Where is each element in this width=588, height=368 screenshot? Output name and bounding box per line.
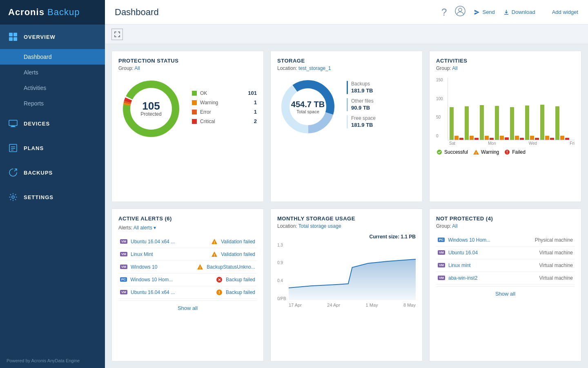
sidebar-item-settings[interactable]: SETTINGS bbox=[0, 185, 105, 209]
alerts-title: ACTIVE ALERTS (6) bbox=[118, 215, 172, 222]
alert-name[interactable]: Windows 10 bbox=[131, 264, 194, 270]
svg-point-14 bbox=[459, 8, 462, 11]
vm-icon: VM bbox=[120, 239, 127, 244]
svg-line-11 bbox=[14, 169, 17, 171]
np-name[interactable]: aba-win-inst2 bbox=[448, 275, 536, 281]
storage-backups: Backups 181.9 TB bbox=[347, 81, 416, 94]
activities-title: ACTIVITIES bbox=[436, 58, 575, 64]
download-button[interactable]: Download bbox=[503, 9, 535, 16]
protection-status-subtitle: Group: All bbox=[118, 65, 257, 71]
devices-icon bbox=[7, 117, 20, 130]
sidebar-item-devices[interactable]: DEVICES bbox=[0, 111, 105, 136]
bar-success bbox=[450, 107, 454, 140]
monthly-x-axis: 17 Apr 24 Apr 1 May 8 May bbox=[289, 303, 416, 307]
storage-card: STORAGE Location: test_storage_1 bbox=[270, 51, 423, 202]
bar-group-8 bbox=[555, 106, 569, 140]
not-protected-title: NOT PROTECTED (4) bbox=[436, 215, 575, 222]
monthly-location-link[interactable]: Total storage usage bbox=[298, 223, 341, 229]
sidebar-item-dashboard[interactable]: Dashboard bbox=[0, 49, 105, 65]
pc-icon: PC bbox=[120, 277, 127, 282]
show-all-alerts-button[interactable]: Show all bbox=[118, 301, 257, 315]
chart-legend: Successful ! Warning ! Failed bbox=[436, 149, 575, 155]
svg-text:!: ! bbox=[200, 266, 201, 270]
warning-count: 1 bbox=[254, 99, 257, 105]
alerts-subtitle: Alerts: All alerts ▾ bbox=[118, 225, 257, 231]
svg-rect-2 bbox=[9, 37, 13, 41]
sidebar-item-plans[interactable]: PLANS bbox=[0, 136, 105, 160]
status-warning: Warning 1 bbox=[192, 99, 257, 105]
vm-icon: VM bbox=[438, 250, 445, 255]
bar-group-7 bbox=[540, 105, 554, 140]
bar-group-6 bbox=[525, 105, 539, 140]
monthly-current-size: Current size: 1.1 PB bbox=[277, 234, 416, 240]
np-row: PC Windows 10 Hom... Physical machine bbox=[436, 234, 575, 247]
ok-name: OK bbox=[200, 90, 245, 96]
svg-text:!: ! bbox=[218, 290, 220, 295]
np-name[interactable]: Windows 10 Hom... bbox=[448, 237, 532, 243]
np-name[interactable]: Linux mint bbox=[448, 263, 536, 268]
expand-button[interactable] bbox=[111, 29, 123, 40]
alerts-list: VM Ubuntu 16.04 x64 ... ! Validation fai… bbox=[118, 236, 257, 299]
sidebar-item-alerts[interactable]: Alerts bbox=[0, 65, 105, 80]
ok-dot bbox=[192, 91, 197, 96]
plans-label: PLANS bbox=[24, 145, 44, 151]
topbar: Dashboard ? Send Download Add widget bbox=[105, 0, 588, 25]
send-button[interactable]: Send bbox=[474, 9, 494, 16]
alert-row: PC Windows 10 Hom... ✕ Backup failed bbox=[118, 274, 257, 286]
svg-text:✕: ✕ bbox=[218, 278, 221, 282]
alert-row: VM Linux Mint ! Validation failed bbox=[118, 248, 257, 261]
y-axis: 0 50 100 150 bbox=[436, 78, 448, 146]
sidebar-item-overview[interactable]: OVERVIEW bbox=[0, 25, 105, 49]
alert-name[interactable]: Ubuntu 16.04 x64 ... bbox=[131, 289, 213, 295]
sidebar-item-reports[interactable]: Reports bbox=[0, 96, 105, 111]
not-protected-group-link[interactable]: All bbox=[452, 223, 457, 229]
alert-row: VM Windows 10 ! BackupStatusUnkno... bbox=[118, 261, 257, 274]
warning-icon: ! bbox=[211, 251, 218, 258]
not-protected-subtitle: Group: All bbox=[436, 223, 575, 229]
sidebar-item-backups[interactable]: BACKUPS bbox=[0, 160, 105, 185]
svg-rect-1 bbox=[13, 33, 17, 36]
alert-name[interactable]: Windows 10 Hom... bbox=[130, 277, 213, 283]
x-axis: Sat Mon Wed Fri bbox=[448, 140, 575, 146]
np-row: VM Ubuntu 16.04 Virtual machine bbox=[436, 247, 575, 259]
activities-group-link[interactable]: All bbox=[452, 65, 457, 71]
alert-status[interactable]: Backup failed bbox=[226, 289, 255, 295]
alerts-header: ACTIVE ALERTS (6) bbox=[118, 215, 257, 223]
add-widget-button[interactable]: Add widget bbox=[543, 9, 578, 16]
protection-donut: 105 Protected bbox=[118, 76, 184, 141]
protection-group-link[interactable]: All bbox=[134, 65, 140, 71]
svg-text:!: ! bbox=[476, 151, 477, 155]
protection-status-title: PROTECTION STATUS bbox=[118, 58, 257, 64]
sidebar-item-activities[interactable]: Activities bbox=[0, 80, 105, 96]
bar-failed bbox=[459, 138, 463, 140]
help-icon[interactable]: ? bbox=[441, 7, 447, 18]
user-icon[interactable] bbox=[455, 6, 466, 19]
show-all-np-button[interactable]: Show all bbox=[436, 286, 575, 301]
overview-label: OVERVIEW bbox=[24, 34, 56, 40]
activities-subtitle: Group: All bbox=[436, 65, 575, 71]
settings-icon bbox=[7, 191, 20, 204]
storage-free: Free space 181.9 TB bbox=[347, 115, 416, 128]
np-type: Physical machine bbox=[535, 237, 573, 243]
topbar-actions: ? Send Download Add widget bbox=[441, 6, 578, 19]
alert-status[interactable]: BackupStatusUnkno... bbox=[207, 264, 255, 270]
alert-name[interactable]: Linux Mint bbox=[131, 251, 208, 257]
alert-status[interactable]: Validation failed bbox=[221, 239, 255, 245]
alert-name[interactable]: Ubuntu 16.04 x64 ... bbox=[131, 239, 208, 245]
storage-center: 454.7 TB Total space bbox=[291, 100, 325, 114]
status-ok: OK 101 bbox=[192, 90, 257, 96]
svg-rect-4 bbox=[9, 120, 17, 126]
legend-successful: Successful bbox=[436, 149, 468, 155]
vm-icon: VM bbox=[120, 252, 127, 256]
alerts-filter-link[interactable]: All alerts ▾ bbox=[134, 225, 156, 231]
alert-status[interactable]: Validation failed bbox=[221, 251, 255, 257]
np-name[interactable]: Ubuntu 16.04 bbox=[448, 250, 536, 256]
sidebar: Acronis Backup OVERVIEW Dashboard Alerts… bbox=[0, 0, 105, 368]
svg-text:!: ! bbox=[214, 253, 215, 257]
warning-name: Warning bbox=[200, 100, 251, 105]
storage-total-label: Total space bbox=[291, 109, 325, 114]
devices-label: DEVICES bbox=[24, 121, 50, 127]
bar-warning bbox=[454, 136, 459, 140]
alert-status[interactable]: Backup failed bbox=[226, 277, 255, 283]
storage-location-link[interactable]: test_storage_1 bbox=[298, 65, 331, 71]
